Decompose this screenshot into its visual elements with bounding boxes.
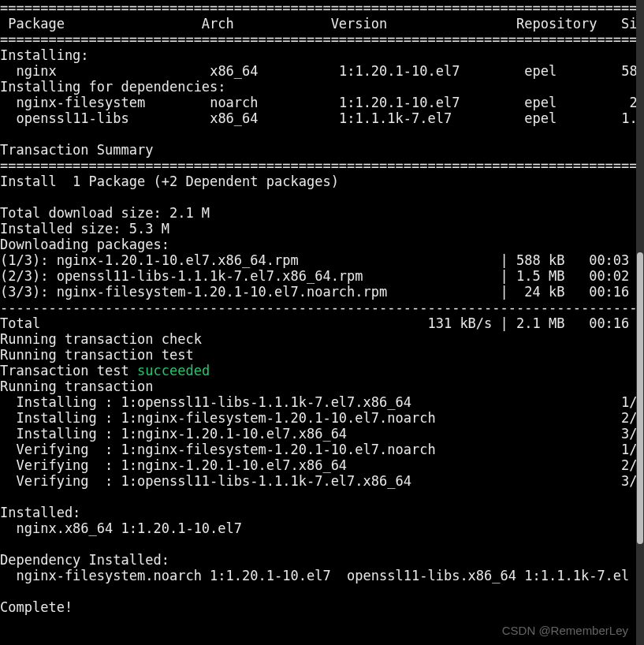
installed-line: nginx.x86_64 1:1.20.1-10.el7 [0, 520, 242, 536]
total-download: Total download size: 2.1 M [0, 205, 210, 221]
separator-top: ========================================… [0, 0, 644, 16]
downloading-label: Downloading packages: [0, 237, 169, 252]
dep-installed-line: nginx-filesystem.noarch 1:1.20.1-10.el7 … [0, 568, 629, 583]
install-summary: Install 1 Package (+2 Dependent packages… [0, 173, 339, 189]
status-succeeded: succeeded [137, 363, 210, 378]
running-test: Running transaction test [0, 347, 194, 363]
installing-label: Installing: [0, 47, 89, 63]
pkg-row: nginx x86_64 1:1.20.1-10.el7 epel 588 [0, 63, 644, 79]
pkg-row: openssl11-libs x86_64 1:1.1.1k-7.el7 epe… [0, 110, 644, 126]
txn-step: Verifying : 1:nginx-filesystem-1.20.1-10… [0, 442, 638, 457]
installed-size: Installed size: 5.3 M [0, 221, 169, 237]
txn-step: Verifying : 1:nginx-1.20.1-10.el7.x86_64… [0, 457, 638, 473]
scrollbar[interactable] [636, 0, 644, 645]
complete: Complete! [0, 599, 73, 615]
txn-summary-label: Transaction Summary [0, 142, 153, 158]
download-row: (2/3): openssl11-libs-1.1.1k-7.el7.x86_6… [0, 268, 629, 284]
installed-label: Installed: [0, 505, 80, 520]
separator: ========================================… [0, 158, 644, 173]
txn-step: Installing : 1:openssl11-libs-1.1.1k-7.e… [0, 394, 638, 410]
running-check: Running transaction check [0, 331, 202, 347]
txn-step: Installing : 1:nginx-1.20.1-10.el7.x86_6… [0, 426, 638, 442]
terminal-output: ========================================… [0, 0, 644, 615]
total-line: Total 131 kB/s | 2.1 MB 00:16 [0, 315, 629, 331]
txn-step: Installing : 1:nginx-filesystem-1.20.1-1… [0, 410, 638, 426]
download-row: (1/3): nginx-1.20.1-10.el7.x86_64.rpm | … [0, 252, 629, 268]
watermark: CSDN @RememberLey [502, 624, 628, 637]
installing-deps-label: Installing for dependencies: [0, 79, 226, 95]
dep-installed-label: Dependency Installed: [0, 552, 169, 568]
pkg-row: nginx-filesystem noarch 1:1.20.1-10.el7 … [0, 95, 644, 110]
download-row: (3/3): nginx-filesystem-1.20.1-10.el7.no… [0, 284, 629, 300]
column-headers: Package Arch Version Repository Siz [0, 16, 644, 32]
running-txn: Running transaction [0, 378, 153, 394]
txn-step: Verifying : 1:openssl11-libs-1.1.1k-7.el… [0, 473, 638, 489]
scrollbar-thumb[interactable] [637, 252, 643, 544]
dash-separator: ----------------------------------------… [0, 300, 644, 315]
separator-header: ========================================… [0, 32, 644, 47]
txn-test-line: Transaction test succeeded [0, 363, 210, 378]
